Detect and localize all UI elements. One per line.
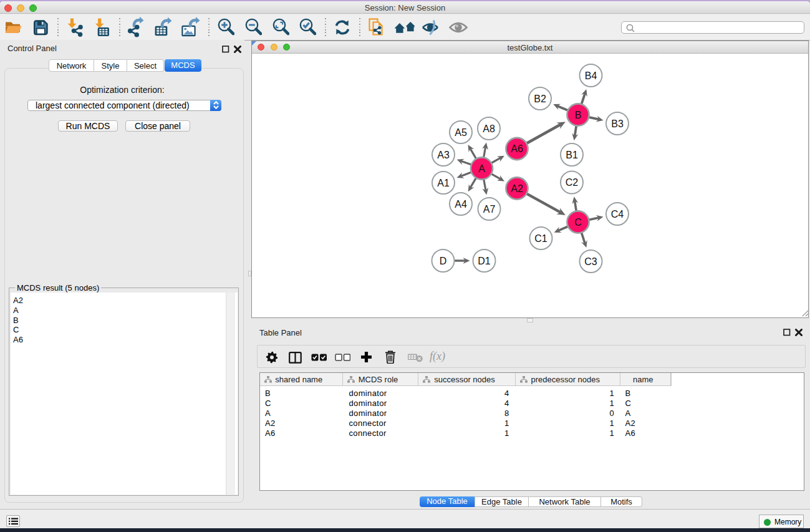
- svg-text:A: A: [478, 163, 485, 174]
- svg-text:A7: A7: [483, 204, 496, 215]
- svg-text:D: D: [440, 256, 447, 266]
- svg-text:C1: C1: [534, 233, 547, 244]
- svg-text:A1: A1: [437, 178, 450, 188]
- svg-text:B4: B4: [585, 70, 597, 81]
- svg-text:B: B: [575, 110, 582, 120]
- svg-text:A8: A8: [483, 123, 495, 134]
- svg-text:A6: A6: [511, 143, 523, 154]
- svg-text:B2: B2: [534, 94, 546, 104]
- svg-text:B3: B3: [611, 118, 624, 129]
- svg-text:C3: C3: [584, 256, 597, 267]
- svg-text:B1: B1: [566, 150, 578, 160]
- svg-text:C4: C4: [611, 209, 624, 220]
- svg-text:A4: A4: [455, 199, 467, 210]
- svg-text:C2: C2: [566, 177, 579, 188]
- svg-text:D1: D1: [478, 256, 491, 266]
- svg-text:A2: A2: [511, 183, 523, 194]
- svg-text:C: C: [574, 217, 582, 228]
- svg-text:A3: A3: [437, 150, 450, 160]
- svg-text:A5: A5: [455, 127, 467, 138]
